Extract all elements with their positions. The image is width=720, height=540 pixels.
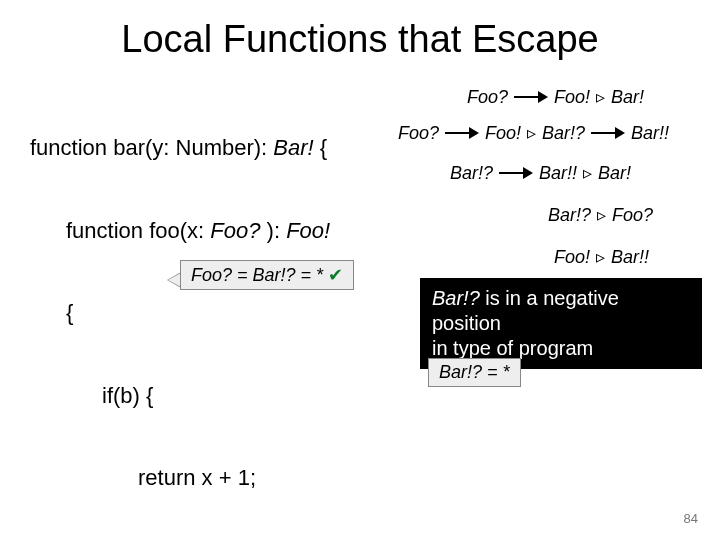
- flow-node: Bar!: [611, 87, 644, 108]
- arrow-icon: [514, 92, 548, 102]
- code-line: return x + 1;: [30, 464, 690, 492]
- triangle-icon: ▹: [597, 204, 606, 226]
- flow-node: Bar!!: [631, 123, 669, 144]
- flow-node: Foo?: [612, 205, 653, 226]
- check-icon: ✔: [328, 265, 343, 285]
- arrow-icon: [591, 128, 625, 138]
- flow-row: Bar!? Bar!! ▹ Bar!: [450, 162, 631, 184]
- flow-node: Bar!?: [450, 163, 493, 184]
- slide: Local Functions that Escape function bar…: [0, 0, 720, 540]
- callout-text: Foo? = Bar!? = *: [191, 265, 323, 285]
- flow-node: Bar!!: [611, 247, 649, 268]
- code-text: {: [314, 135, 327, 160]
- callout-pointer-icon: [167, 272, 181, 288]
- flow-node: Foo!: [554, 87, 590, 108]
- callout-box: Foo? = Bar!? = * ✔: [180, 260, 354, 290]
- flow-node: Foo?: [467, 87, 508, 108]
- type-ital: Foo!: [286, 218, 330, 243]
- flow-node: Foo!: [485, 123, 521, 144]
- callout-box: Bar!? = *: [428, 358, 521, 387]
- slide-title: Local Functions that Escape: [30, 18, 690, 61]
- flow-row: Foo? Foo! ▹ Bar!? Bar!!: [398, 122, 669, 144]
- flow-row: Foo! ▹ Bar!!: [554, 246, 649, 268]
- flow-node: Bar!?: [542, 123, 585, 144]
- arrow-icon: [445, 128, 479, 138]
- type-ital: Bar!: [273, 135, 313, 160]
- flow-node: Bar!?: [548, 205, 591, 226]
- type-ital: Foo?: [210, 218, 266, 243]
- flow-row: Foo? Foo! ▹ Bar!: [467, 86, 644, 108]
- flow-node: Bar!: [598, 163, 631, 184]
- triangle-icon: ▹: [596, 246, 605, 268]
- code-text: function foo(x:: [66, 218, 210, 243]
- flow-node: Bar!!: [539, 163, 577, 184]
- triangle-icon: ▹: [527, 122, 536, 144]
- triangle-icon: ▹: [583, 162, 592, 184]
- code-text: ):: [267, 218, 287, 243]
- triangle-icon: ▹: [596, 86, 605, 108]
- flow-node: Foo?: [398, 123, 439, 144]
- callout-text: Bar!? = *: [439, 362, 510, 382]
- page-number: 84: [684, 511, 698, 526]
- flow-node: Foo!: [554, 247, 590, 268]
- note-line: Bar!? is in a negative position: [432, 286, 690, 336]
- arrow-icon: [499, 168, 533, 178]
- code-text: function bar(y: Number):: [30, 135, 273, 160]
- flow-row: Bar!? ▹ Foo?: [548, 204, 653, 226]
- note-box: Bar!? is in a negative position in type …: [420, 278, 702, 369]
- note-ital: Bar!?: [432, 287, 480, 309]
- code-line: if(b) {: [30, 382, 690, 410]
